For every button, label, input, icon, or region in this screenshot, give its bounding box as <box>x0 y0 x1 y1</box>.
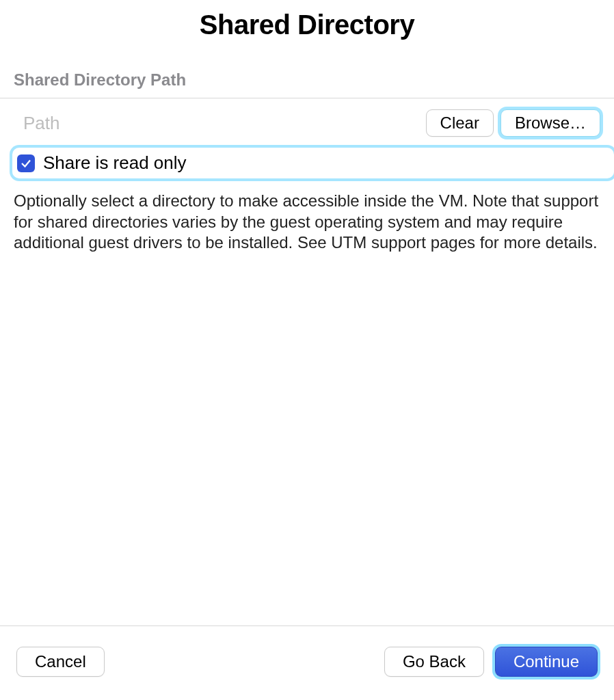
shared-directory-window: Shared Directory Shared Directory Path P… <box>0 0 614 700</box>
path-row: Path Clear Browse… <box>0 98 614 144</box>
browse-button[interactable]: Browse… <box>500 109 600 137</box>
read-only-checkbox-row[interactable]: Share is read only <box>12 148 614 178</box>
page-title: Shared Directory <box>0 10 614 40</box>
checkbox-checked-icon <box>17 154 35 172</box>
description-text: Optionally select a directory to make ac… <box>0 178 614 254</box>
path-input[interactable]: Path <box>14 113 419 134</box>
footer-row: Cancel Go Back Continue <box>0 626 614 700</box>
read-only-label: Share is read only <box>43 152 187 174</box>
footer: Cancel Go Back Continue <box>0 625 614 700</box>
go-back-button[interactable]: Go Back <box>384 647 484 677</box>
continue-button[interactable]: Continue <box>495 647 598 677</box>
cancel-button[interactable]: Cancel <box>16 647 105 677</box>
clear-button[interactable]: Clear <box>426 109 494 137</box>
section-header-shared-directory-path: Shared Directory Path <box>0 70 614 98</box>
